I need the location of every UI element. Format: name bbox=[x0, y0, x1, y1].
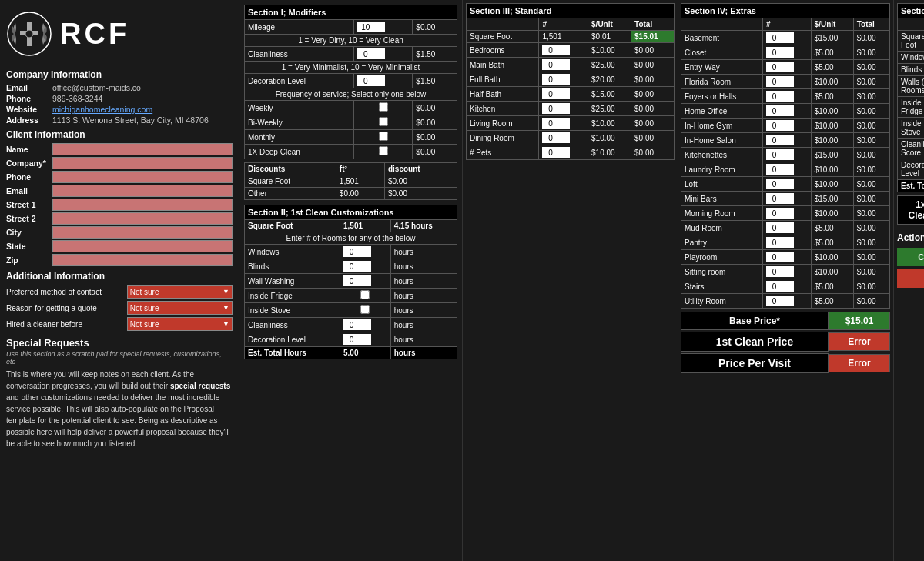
calculate-mileage-button[interactable]: CALCULATE MILEAGE bbox=[897, 248, 924, 266]
s4-num-3[interactable] bbox=[763, 75, 812, 89]
section3-halfbath-num[interactable] bbox=[539, 87, 588, 102]
s4-input-15[interactable] bbox=[766, 252, 794, 262]
s4-num-5[interactable] bbox=[763, 104, 812, 119]
section3-livingroom-num[interactable] bbox=[539, 116, 588, 131]
s4-input-5[interactable] bbox=[766, 105, 794, 116]
inside-stove-checkbox[interactable] bbox=[360, 305, 370, 314]
s4-num-13[interactable] bbox=[763, 221, 812, 235]
livingroom-input[interactable] bbox=[542, 118, 570, 129]
wall-washing-input[interactable] bbox=[343, 275, 371, 286]
client-name-input[interactable] bbox=[52, 143, 233, 155]
diningroom-input[interactable] bbox=[542, 132, 570, 143]
section3-fullbath-num[interactable] bbox=[539, 72, 588, 87]
windows-input[interactable] bbox=[343, 246, 371, 257]
weekly-checkbox[interactable] bbox=[379, 102, 388, 112]
s4-num-14[interactable] bbox=[763, 235, 812, 250]
s4-input-8[interactable] bbox=[766, 149, 794, 160]
biweekly-checkbox-cell[interactable] bbox=[354, 115, 413, 130]
mainbath-input[interactable] bbox=[542, 59, 570, 70]
client-street1-input[interactable] bbox=[52, 199, 233, 211]
s4-input-10[interactable] bbox=[766, 179, 794, 189]
s4-input-1[interactable] bbox=[766, 47, 794, 58]
biweekly-checkbox[interactable] bbox=[379, 117, 388, 126]
reset-button[interactable]: RESET bbox=[897, 269, 924, 288]
s4-input-4[interactable] bbox=[766, 91, 794, 102]
section3-bedrooms-num[interactable] bbox=[539, 43, 588, 58]
s4-input-13[interactable] bbox=[766, 222, 794, 233]
decoration-input[interactable] bbox=[357, 75, 385, 86]
s4-num-9[interactable] bbox=[763, 162, 812, 177]
decoration2-input[interactable] bbox=[343, 334, 371, 345]
blinds-value-cell[interactable] bbox=[340, 259, 391, 274]
s4-input-7[interactable] bbox=[766, 135, 794, 145]
s4-num-18[interactable] bbox=[763, 294, 812, 309]
section3-kitchen-label: Kitchen bbox=[467, 102, 539, 116]
inside-fridge-checkbox-cell[interactable] bbox=[340, 289, 391, 303]
section3-diningroom-num[interactable] bbox=[539, 131, 588, 145]
cleanliness2-value-cell[interactable] bbox=[340, 318, 391, 332]
s4-num-2[interactable] bbox=[763, 60, 812, 75]
bedrooms-input[interactable] bbox=[542, 45, 570, 55]
section3-kitchen-num[interactable] bbox=[539, 102, 588, 116]
s4-num-6[interactable] bbox=[763, 119, 812, 133]
section3-pets-num[interactable] bbox=[539, 145, 588, 160]
section5-row: Inside Stove NO hours bbox=[898, 118, 925, 139]
client-street2-input[interactable] bbox=[52, 212, 233, 225]
s4-num-15[interactable] bbox=[763, 250, 812, 265]
fullbath-input[interactable] bbox=[542, 74, 570, 85]
s4-input-0[interactable] bbox=[766, 32, 794, 43]
s4-num-12[interactable] bbox=[763, 206, 812, 221]
section3-halfbath-unit: $15.00 bbox=[588, 87, 631, 102]
s4-num-17[interactable] bbox=[763, 279, 812, 294]
s4-input-17[interactable] bbox=[766, 281, 794, 292]
windows-value-cell[interactable] bbox=[340, 245, 391, 259]
s4-num-7[interactable] bbox=[763, 133, 812, 148]
s4-input-6[interactable] bbox=[766, 120, 794, 131]
client-company-input[interactable] bbox=[52, 157, 233, 169]
client-zip-input[interactable] bbox=[52, 254, 233, 266]
cleanliness2-input[interactable] bbox=[343, 319, 371, 330]
s4-num-10[interactable] bbox=[763, 177, 812, 192]
s4-num-11[interactable] bbox=[763, 192, 812, 206]
s4-num-1[interactable] bbox=[763, 45, 812, 60]
cleanliness-value-cell[interactable] bbox=[354, 47, 413, 62]
section3-mainbath-num[interactable] bbox=[539, 58, 588, 72]
s4-num-8[interactable] bbox=[763, 148, 812, 162]
contact-method-dropdown[interactable]: Not sure ▼ bbox=[127, 285, 233, 299]
s4-num-16[interactable] bbox=[763, 265, 812, 279]
monthly-checkbox-cell[interactable] bbox=[354, 130, 413, 145]
deep-clean-freq-checkbox-cell[interactable] bbox=[354, 145, 413, 159]
s4-input-12[interactable] bbox=[766, 208, 794, 219]
kitchen-input[interactable] bbox=[542, 103, 570, 114]
s4-input-9[interactable] bbox=[766, 164, 794, 175]
s4-input-16[interactable] bbox=[766, 266, 794, 277]
client-state-input[interactable] bbox=[52, 240, 233, 252]
decoration2-value-cell[interactable] bbox=[340, 332, 391, 347]
reason-dropdown[interactable]: Not sure ▼ bbox=[127, 301, 233, 315]
weekly-checkbox-cell[interactable] bbox=[354, 101, 413, 115]
deep-clean-freq-checkbox[interactable] bbox=[379, 146, 388, 155]
s4-input-3[interactable] bbox=[766, 76, 794, 87]
s4-num-4[interactable] bbox=[763, 89, 812, 104]
s4-input-14[interactable] bbox=[766, 237, 794, 248]
client-city-input[interactable] bbox=[52, 226, 233, 239]
inside-fridge-checkbox[interactable] bbox=[360, 290, 370, 299]
monthly-checkbox[interactable] bbox=[379, 132, 388, 141]
mileage-input[interactable] bbox=[357, 22, 385, 32]
wall-washing-value-cell[interactable] bbox=[340, 274, 391, 289]
mileage-value-cell[interactable] bbox=[354, 20, 413, 35]
decoration-value-cell[interactable] bbox=[354, 74, 413, 88]
s4-input-2[interactable] bbox=[766, 62, 794, 72]
s4-num-0[interactable] bbox=[763, 31, 812, 45]
client-email-input[interactable] bbox=[52, 185, 233, 197]
blinds-input[interactable] bbox=[343, 261, 371, 272]
hired-dropdown[interactable]: Not sure ▼ bbox=[127, 317, 233, 331]
s4-input-18[interactable] bbox=[766, 296, 794, 306]
inside-stove-checkbox-cell[interactable] bbox=[340, 303, 391, 318]
client-phone-input[interactable] bbox=[52, 171, 233, 183]
s4-input-11[interactable] bbox=[766, 193, 794, 204]
pets-input[interactable] bbox=[542, 147, 570, 158]
company-website[interactable]: michiganhomecleaning.com bbox=[52, 105, 152, 114]
halfbath-input[interactable] bbox=[542, 88, 570, 99]
cleanliness-input[interactable] bbox=[357, 48, 385, 59]
